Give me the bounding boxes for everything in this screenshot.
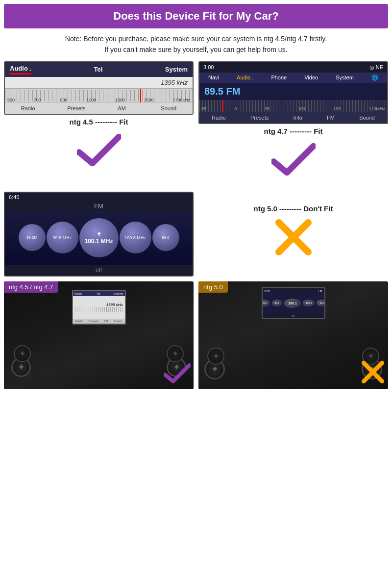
ntg47-compass: ◎ NE [369,64,383,71]
mini-screen-dark: 6:45 FM 99.6 99.6 100.1 100.3 99.6 off [262,287,325,319]
fm-bubble-1: 99.3M [19,224,46,251]
ntg47-checkmark [198,135,388,189]
ntg45-presets: Presets [67,105,85,111]
ntg47-fit-label: ntg 4.7 --------- Fit [198,124,388,135]
fm-screen-block: 6:45 FM 99.3M 99.6 MHz ✝ 100.1 MHz 100.3… [4,192,194,276]
bottom-row: Audio .TelSystem 1395 kHz RadioPresetsAM… [0,278,392,393]
fm-off-label: off [5,265,193,276]
ntg47-screen: 3:00 ◎ NE Navi Audio . Phone Video Syste… [198,61,388,124]
ntg45-checkmark [4,126,194,179]
ntg45-bottombar: Radio Presets AM . Sound [5,102,193,114]
ntg50-xmark [198,216,388,264]
ntg47-globe: 🌐 [371,75,378,81]
ntg47-fm: FM [327,115,335,121]
ntg50-label: ntg 5.0 --------- Don't Fit [198,201,388,216]
mini-dark-top: 6:45 FM [263,288,324,293]
mini-screen-left: Audio .TelSystem 1395 kHz RadioPresetsAM… [72,290,126,325]
mini-dark-center: 99.6 99.6 100.1 100.3 99.6 [263,293,324,313]
ntg45-fit-label: ntg 4.5 --------- Fit [4,115,194,126]
fm-bubble-2: 99.6 MHz [47,222,78,253]
fm-bubble-3: ✝ 100.1 MHz [79,218,119,257]
ntg45-block: Audio . Tel System 1395 kHz 500700900110… [4,61,194,189]
mini-screen-content: 1395 kHz [73,296,125,319]
bottom-right-label: ntg 5.0 [198,281,228,293]
ntg47-freq: 89.5 FM [199,83,387,100]
ntg45-ruler-labels: 5007009001100130015001700kHz [5,98,193,102]
ntg45-system-tab: System [165,66,188,73]
bottom-left-block: Audio .TelSystem 1395 kHz RadioPresetsAM… [4,281,194,389]
ntg45-freq: 1395 kHz [5,77,193,89]
ntg45-tel-tab: Tel [94,66,102,73]
mini-screen-bottom: RadioPresetsAMSound [73,319,125,324]
note-line2: If you can't make sure by yourself, you … [10,44,382,55]
ntg45-screen: Audio . Tel System 1395 kHz 500700900110… [4,61,194,115]
car-bg-left: Audio .TelSystem 1395 kHz RadioPresetsAM… [4,281,194,389]
ntg47-navbar: Navi Audio . Phone Video System 🌐 [199,73,387,83]
fm-bubble-4: 100.3 MHz [120,222,151,253]
ntg47-ruler: 85095100105110MHz [199,100,387,112]
fm-screen: 6:45 FM 99.3M 99.6 MHz ✝ 100.1 MHz 100.3… [4,192,194,276]
fm-screen-topbar: 6:45 [5,193,193,201]
ntg50-block: ntg 5.0 --------- Don't Fit [198,192,388,276]
car-image-left: Audio .TelSystem 1395 kHz RadioPresetsAM… [4,281,194,389]
ntg45-ruler: 5007009001100130015001700kHz [5,89,193,102]
ntg47-bottombar: Radio Presets Info FM Sound [199,112,387,123]
bottom-left-label: ntg 4.5 / ntg 4.7 [4,281,58,293]
ntg47-info: Info [293,115,302,121]
ntg47-presets: Presets [250,115,269,121]
note-section: Note: Before you purchase, please make s… [0,28,392,58]
fm-bubbles-row: 99.3M 99.6 MHz ✝ 100.1 MHz 100.3 MHz 99.… [5,211,193,265]
ntg47-time: 3:00 [203,64,214,70]
ntg47-navi: Navi [208,75,219,81]
fm-time: 6:45 [9,194,19,200]
note-line1: Note: Before you purchase, please make s… [10,33,382,44]
ntg47-topbar: 3:00 ◎ NE [199,62,387,73]
bottom-right-block: 6:45 FM 99.6 99.6 100.1 100.3 99.6 off [198,281,388,389]
ntg45-am: AM . [118,105,129,111]
ntg47-audio: Audio . [237,75,253,81]
fm-bubble-5: 99.6 [152,224,179,251]
ntg47-ruler-labels: 85095100105110MHz [199,106,387,111]
ntg47-system: System [336,75,354,81]
car-bg-right: 6:45 FM 99.6 99.6 100.1 100.3 99.6 off [198,281,388,389]
top-screens-row: Audio . Tel System 1395 kHz 500700900110… [0,58,392,192]
ntg45-audio-tab: Audio . [10,65,31,75]
ntg47-block: 3:00 ◎ NE Navi Audio . Phone Video Syste… [198,61,388,189]
ntg47-radio: Radio [212,115,226,121]
middle-row: 6:45 FM 99.3M 99.6 MHz ✝ 100.1 MHz 100.3… [0,192,392,278]
header-banner: Does this Device Fit for My Car? [4,4,388,28]
ntg45-topbar: Audio . Tel System [5,62,193,77]
mini-screen-bar: Audio .TelSystem [73,291,125,296]
fm-title: FM [5,201,193,211]
ntg47-sound: Sound [359,115,375,121]
ntg47-video: Video [304,75,318,81]
ntg45-sound: Sound [161,105,176,111]
ntg45-radio: Radio [21,105,35,111]
car-image-right: 6:45 FM 99.6 99.6 100.1 100.3 99.6 off [198,281,388,389]
ntg47-phone: Phone [271,75,287,81]
